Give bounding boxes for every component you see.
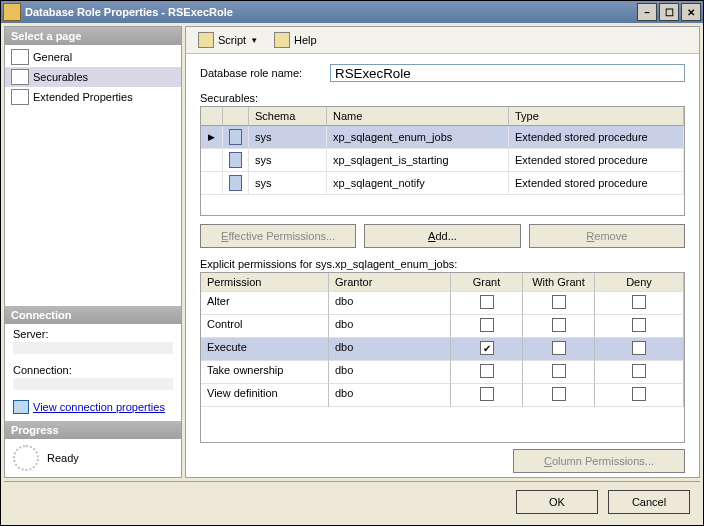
server-label: Server: xyxy=(5,324,181,340)
checkbox[interactable] xyxy=(480,387,494,401)
connection-value xyxy=(13,378,173,390)
row-header-col xyxy=(201,107,223,126)
permission-row[interactable]: Controldbo xyxy=(201,315,684,338)
checkbox[interactable] xyxy=(632,364,646,378)
nav-label: General xyxy=(33,51,72,63)
permission-cell: Alter xyxy=(201,292,329,315)
maximize-button[interactable]: ☐ xyxy=(659,3,679,21)
window-title: Database Role Properties - RSExecRole xyxy=(25,6,637,18)
nav-item-general[interactable]: General xyxy=(5,47,181,67)
dialog-footer: OK Cancel xyxy=(4,481,700,522)
checkbox[interactable] xyxy=(632,387,646,401)
grantor-cell: dbo xyxy=(329,338,451,361)
connection-header: Connection xyxy=(5,306,181,324)
close-button[interactable]: ✕ xyxy=(681,3,701,21)
page-icon xyxy=(11,69,29,85)
page-icon xyxy=(11,49,29,65)
withgrant-cell xyxy=(523,338,595,361)
checkbox[interactable] xyxy=(632,295,646,309)
withgrant-cell xyxy=(523,315,595,338)
type-cell: Extended stored procedure xyxy=(509,149,684,172)
deny-col[interactable]: Deny xyxy=(595,273,684,292)
deny-cell xyxy=(595,384,684,407)
permissions-grid[interactable]: Permission Grantor Grant With Grant Deny… xyxy=(200,272,685,443)
name-col[interactable]: Name xyxy=(327,107,509,126)
permission-cell: Execute xyxy=(201,338,329,361)
withgrant-col[interactable]: With Grant xyxy=(523,273,595,292)
stored-procedure-icon xyxy=(229,175,242,191)
checkbox[interactable] xyxy=(480,364,494,378)
name-cell: xp_sqlagent_notify xyxy=(327,172,509,195)
grantor-cell: dbo xyxy=(329,384,451,407)
grantor-cell: dbo xyxy=(329,292,451,315)
ok-button[interactable]: OK xyxy=(516,490,598,514)
cancel-button[interactable]: Cancel xyxy=(608,490,690,514)
grant-cell xyxy=(451,292,523,315)
dialog-window: Database Role Properties - RSExecRole – … xyxy=(0,0,704,526)
nav-item-extended-properties[interactable]: Extended Properties xyxy=(5,87,181,107)
nav-label: Extended Properties xyxy=(33,91,133,103)
permission-row[interactable]: View definitiondbo xyxy=(201,384,684,407)
script-icon xyxy=(198,32,214,48)
checkbox[interactable] xyxy=(552,387,566,401)
grant-col[interactable]: Grant xyxy=(451,273,523,292)
effective-permissions-button[interactable]: Effective Permissions... xyxy=(200,224,356,248)
checkbox[interactable] xyxy=(632,341,646,355)
icon-col xyxy=(223,107,249,126)
checkbox[interactable] xyxy=(480,295,494,309)
schema-col[interactable]: Schema xyxy=(249,107,327,126)
grant-cell xyxy=(451,338,523,361)
chevron-down-icon: ▼ xyxy=(250,36,258,45)
securable-icon-cell xyxy=(223,172,249,195)
stored-procedure-icon xyxy=(229,152,242,168)
script-button[interactable]: Script ▼ xyxy=(192,30,264,50)
name-cell: xp_sqlagent_is_starting xyxy=(327,149,509,172)
securable-icon-cell xyxy=(223,149,249,172)
checkbox[interactable] xyxy=(480,318,494,332)
nav-item-securables[interactable]: Securables xyxy=(5,67,181,87)
schema-cell: sys xyxy=(249,126,327,149)
type-col[interactable]: Type xyxy=(509,107,684,126)
column-permissions-button[interactable]: Column Permissions... xyxy=(513,449,685,473)
progress-status: Ready xyxy=(47,452,79,464)
grant-cell xyxy=(451,384,523,407)
securable-row[interactable]: sysxp_sqlagent_notifyExtended stored pro… xyxy=(201,172,684,195)
server-value xyxy=(13,342,173,354)
withgrant-cell xyxy=(523,384,595,407)
permission-row[interactable]: Alterdbo xyxy=(201,292,684,315)
deny-cell xyxy=(595,338,684,361)
permission-row[interactable]: Take ownershipdbo xyxy=(201,361,684,384)
checkbox[interactable] xyxy=(632,318,646,332)
permission-col[interactable]: Permission xyxy=(201,273,329,292)
role-name-input[interactable] xyxy=(330,64,685,82)
checkbox[interactable] xyxy=(552,318,566,332)
checkbox[interactable] xyxy=(552,295,566,309)
progress-spinner-icon xyxy=(13,445,39,471)
view-connection-properties-link[interactable]: View connection properties xyxy=(5,396,181,418)
nav-label: Securables xyxy=(33,71,88,83)
permission-row[interactable]: Executedbo xyxy=(201,338,684,361)
name-cell: xp_sqlagent_enum_jobs xyxy=(327,126,509,149)
checkbox[interactable] xyxy=(552,364,566,378)
checkbox[interactable] xyxy=(480,341,494,355)
grant-cell xyxy=(451,361,523,384)
row-indicator xyxy=(201,172,223,195)
row-indicator xyxy=(201,149,223,172)
remove-button[interactable]: Remove xyxy=(529,224,685,248)
minimize-button[interactable]: – xyxy=(637,3,657,21)
checkbox[interactable] xyxy=(552,341,566,355)
securables-grid[interactable]: Schema Name Type ▶sysxp_sqlagent_enum_jo… xyxy=(200,106,685,216)
right-panel: Script ▼ Help Database role name: Secura… xyxy=(185,26,700,478)
securable-row[interactable]: ▶sysxp_sqlagent_enum_jobsExtended stored… xyxy=(201,126,684,149)
row-indicator: ▶ xyxy=(201,126,223,149)
help-button[interactable]: Help xyxy=(268,30,323,50)
schema-cell: sys xyxy=(249,172,327,195)
grantor-col[interactable]: Grantor xyxy=(329,273,451,292)
securables-label: Securables: xyxy=(200,92,685,104)
stored-procedure-icon xyxy=(229,129,242,145)
add-button[interactable]: Add... xyxy=(364,224,520,248)
securable-row[interactable]: sysxp_sqlagent_is_startingExtended store… xyxy=(201,149,684,172)
permission-cell: View definition xyxy=(201,384,329,407)
script-label: Script xyxy=(218,34,246,46)
page-list: General Securables Extended Properties xyxy=(5,45,181,109)
